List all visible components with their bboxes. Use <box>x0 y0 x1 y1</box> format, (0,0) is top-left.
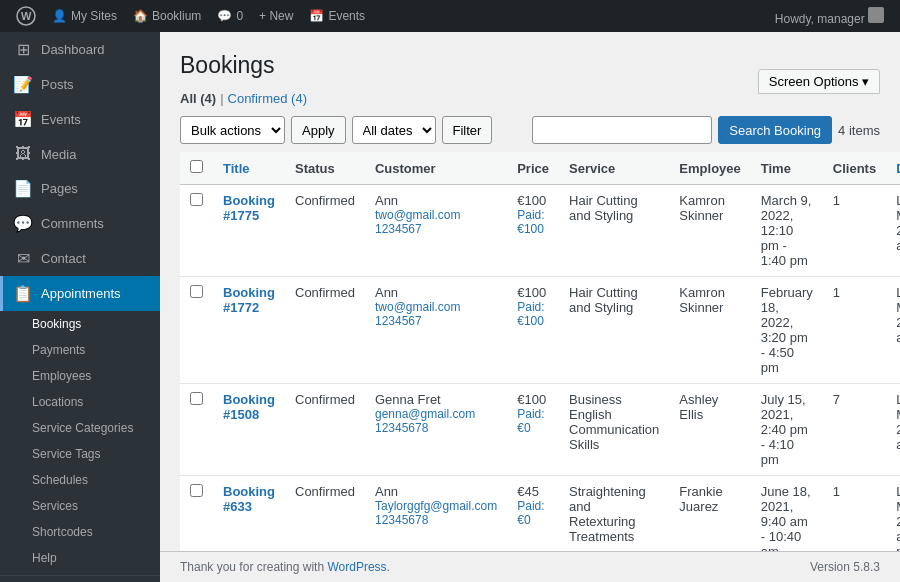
cell-time-0: March 9, 2022, 12:10 pm - 1:40 pm <box>751 185 823 277</box>
price-paid-1: Paid: €100 <box>517 300 549 328</box>
cell-title-2: Booking #1508 <box>213 384 285 476</box>
sidebar-item-employees[interactable]: Employees <box>0 363 160 389</box>
th-date[interactable]: Date <box>886 152 900 185</box>
customer-phone-1[interactable]: 1234567 <box>375 314 497 328</box>
cell-title-0: Booking #1775 <box>213 185 285 277</box>
sidebar-item-bookings[interactable]: Bookings <box>0 311 160 337</box>
price-paid-3: Paid: €0 <box>517 499 549 527</box>
new-content[interactable]: + New <box>251 0 301 32</box>
user-avatar <box>868 7 884 23</box>
cell-service-2: Business English Communication Skills <box>559 384 669 476</box>
price-paid-0: Paid: €100 <box>517 208 549 236</box>
sidebar-item-help[interactable]: Help <box>0 545 160 571</box>
booking-link-2[interactable]: Booking #1508 <box>223 392 275 422</box>
row-checkbox-2 <box>180 384 213 476</box>
row-select-2[interactable] <box>190 392 203 405</box>
my-sites[interactable]: 👤 My Sites <box>44 0 125 32</box>
sidebar-item-pages[interactable]: 📄 Pages <box>0 171 160 206</box>
row-checkbox-0 <box>180 185 213 277</box>
customer-email-1[interactable]: two@gmail.com <box>375 300 497 314</box>
sidebar-item-contact[interactable]: ✉ Contact <box>0 241 160 276</box>
date-label-2: Last Modified <box>896 392 900 422</box>
date-value-1: 2022/02/14 at 4:04 pm <box>896 315 900 345</box>
row-select-1[interactable] <box>190 285 203 298</box>
sidebar-item-media[interactable]: 🖼 Media <box>0 137 160 171</box>
cell-employee-0: Kamron Skinner <box>669 185 750 277</box>
cell-date-0: Last Modified 2022/02/14 at 4:05 pm <box>886 185 900 277</box>
comments-count[interactable]: 💬 0 <box>209 0 251 32</box>
th-clients: Clients <box>823 152 886 185</box>
sidebar-item-posts[interactable]: 📝 Posts <box>0 67 160 102</box>
row-select-3[interactable] <box>190 484 203 497</box>
footer-left: Thank you for creating with WordPress. <box>180 560 390 574</box>
customer-phone-0[interactable]: 1234567 <box>375 222 497 236</box>
sidebar-item-locations[interactable]: Locations <box>0 389 160 415</box>
row-select-0[interactable] <box>190 193 203 206</box>
customer-phone-3[interactable]: 12345678 <box>375 513 497 527</box>
booking-link-0[interactable]: Booking #1775 <box>223 193 275 223</box>
cell-clients-2: 7 <box>823 384 886 476</box>
row-checkbox-3 <box>180 476 213 552</box>
cell-service-0: Hair Cutting and Styling <box>559 185 669 277</box>
comments-icon: 💬 <box>13 214 33 233</box>
customer-email-3[interactable]: Taylorggfg@gmail.com <box>375 499 497 513</box>
cell-time-1: February 18, 2022, 3:20 pm - 4:50 pm <box>751 277 823 384</box>
table-toolbar-top: Bulk actions Delete Apply All dates Filt… <box>180 116 880 144</box>
cell-date-1: Last Modified 2022/02/14 at 4:04 pm <box>886 277 900 384</box>
booking-link-3[interactable]: Booking #633 <box>223 484 275 514</box>
site-name[interactable]: 🏠 Booklium <box>125 0 209 32</box>
cell-status-2: Confirmed <box>285 384 365 476</box>
customer-email-0[interactable]: two@gmail.com <box>375 208 497 222</box>
booking-link-1[interactable]: Booking #1772 <box>223 285 275 315</box>
tab-all[interactable]: All (4) <box>180 91 216 106</box>
cell-clients-1: 1 <box>823 277 886 384</box>
bookings-table: Title Status Customer Price Service Empl… <box>180 152 900 551</box>
cell-title-3: Booking #633 <box>213 476 285 552</box>
sidebar-item-comments[interactable]: 💬 Comments <box>0 206 160 241</box>
filter-button[interactable]: Filter <box>442 116 493 144</box>
tab-confirmed[interactable]: Confirmed (4) <box>228 91 307 106</box>
select-all-checkbox[interactable] <box>190 160 203 173</box>
admin-bar: W 👤 My Sites 🏠 Booklium 💬 0 + New 📅 Even… <box>0 0 900 32</box>
dashboard-icon: ⊞ <box>13 40 33 59</box>
th-price: Price <box>507 152 559 185</box>
search-input[interactable] <box>532 116 712 144</box>
apply-button-top[interactable]: Apply <box>291 116 346 144</box>
cell-employee-2: Ashley Ellis <box>669 384 750 476</box>
sidebar-item-service-tags[interactable]: Service Tags <box>0 441 160 467</box>
bulk-actions-select[interactable]: Bulk actions Delete <box>180 116 285 144</box>
date-value-2: 2021/07/07 at 9:34 pm <box>896 422 900 452</box>
sidebar-item-shortcodes[interactable]: Shortcodes <box>0 519 160 545</box>
cell-status-1: Confirmed <box>285 277 365 384</box>
cell-customer-2: Genna Fret genna@gmail.com 12345678 <box>365 384 507 476</box>
wordpress-link[interactable]: WordPress <box>327 560 386 574</box>
th-status: Status <box>285 152 365 185</box>
sidebar-item-schedules[interactable]: Schedules <box>0 467 160 493</box>
customer-phone-2[interactable]: 12345678 <box>375 421 497 435</box>
search-button[interactable]: Search Booking <box>718 116 832 144</box>
sidebar-item-appointments[interactable]: 📋 Appointments <box>0 276 160 311</box>
sidebar-item-service-categories[interactable]: Service Categories <box>0 415 160 441</box>
customer-email-2[interactable]: genna@gmail.com <box>375 407 497 421</box>
wp-logo[interactable]: W <box>8 0 44 32</box>
svg-text:W: W <box>21 10 32 22</box>
table-row: Booking #1508 Confirmed Genna Fret genna… <box>180 384 900 476</box>
th-service: Service <box>559 152 669 185</box>
cell-title-1: Booking #1772 <box>213 277 285 384</box>
events-menu[interactable]: 📅 Events <box>301 0 373 32</box>
sidebar-item-dashboard[interactable]: ⊞ Dashboard <box>0 32 160 67</box>
cell-employee-3: Frankie Juarez <box>669 476 750 552</box>
th-title[interactable]: Title <box>213 152 285 185</box>
sidebar-item-services[interactable]: Services <box>0 493 160 519</box>
cell-customer-3: Ann Taylorggfg@gmail.com 12345678 <box>365 476 507 552</box>
sidebar-item-payments[interactable]: Payments <box>0 337 160 363</box>
cell-service-1: Hair Cutting and Styling <box>559 277 669 384</box>
th-checkbox <box>180 152 213 185</box>
posts-icon: 📝 <box>13 75 33 94</box>
cell-employee-1: Kamron Skinner <box>669 277 750 384</box>
sidebar-item-events[interactable]: 📅 Events <box>0 102 160 137</box>
user-greeting: Howdy, manager <box>767 7 892 26</box>
screen-options-button[interactable]: Screen Options ▾ <box>758 69 880 94</box>
appointments-icon: 📋 <box>13 284 33 303</box>
date-filter-select[interactable]: All dates <box>352 116 436 144</box>
